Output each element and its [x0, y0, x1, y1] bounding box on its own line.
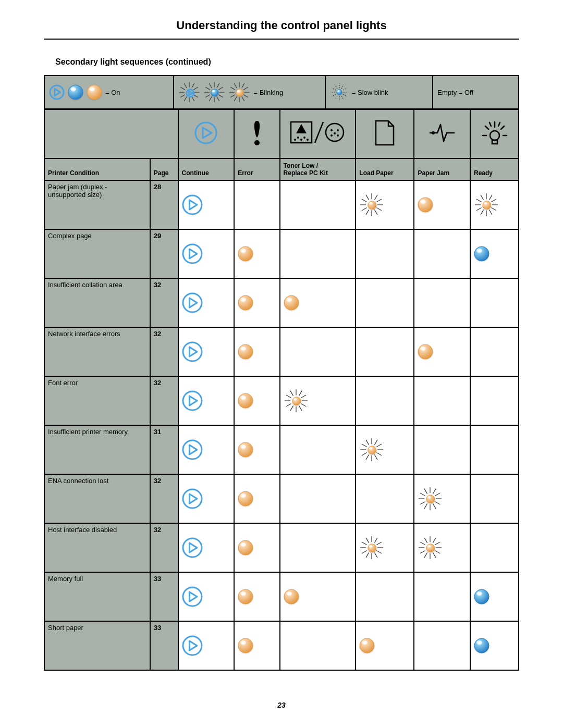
table-row: Memory full33 — [45, 572, 518, 621]
light-cell — [178, 621, 235, 670]
svg-line-24 — [210, 96, 212, 101]
light-cell — [280, 229, 356, 278]
light-cell — [414, 376, 470, 425]
svg-line-99 — [366, 195, 369, 200]
page-cell: 29 — [150, 229, 178, 278]
table-row: ENA connection lost32 — [45, 474, 518, 523]
col-ready: Ready — [470, 158, 518, 180]
svg-marker-234 — [189, 641, 197, 650]
svg-point-46 — [236, 89, 243, 96]
svg-line-28 — [210, 83, 212, 88]
light-cell — [356, 278, 414, 327]
svg-point-191 — [426, 495, 435, 503]
svg-marker-194 — [189, 543, 197, 552]
svg-point-74 — [331, 129, 333, 131]
svg-point-155 — [292, 397, 300, 405]
light-cell — [470, 425, 518, 474]
table-row: Short paper33 — [45, 621, 518, 670]
svg-point-47 — [237, 90, 240, 92]
svg-line-109 — [489, 209, 492, 215]
svg-marker-1 — [55, 89, 60, 96]
svg-line-148 — [286, 403, 291, 406]
svg-line-10 — [185, 96, 187, 101]
light-cell — [470, 278, 518, 327]
svg-point-139 — [183, 391, 202, 410]
light-cell — [414, 180, 470, 229]
light-cell — [178, 278, 235, 327]
svg-line-115 — [481, 195, 484, 200]
svg-line-212 — [435, 550, 440, 553]
condition-cell: Network interface errors — [45, 327, 150, 376]
svg-line-42 — [235, 83, 237, 88]
svg-point-235 — [238, 638, 253, 653]
legend-off: Empty = Off — [432, 76, 518, 108]
condition-cell: Short paper — [45, 621, 150, 670]
light-cell — [280, 425, 356, 474]
light-cell — [414, 621, 470, 670]
svg-point-127 — [183, 293, 202, 312]
light-cell — [280, 474, 356, 523]
continue-blink-icon — [178, 81, 200, 103]
svg-point-239 — [474, 638, 489, 653]
light-cell — [280, 180, 356, 229]
condition-cell: Font error — [45, 376, 150, 425]
svg-line-53 — [332, 94, 335, 96]
svg-line-199 — [375, 552, 378, 558]
svg-point-78 — [337, 134, 339, 137]
light-cell — [280, 327, 356, 376]
continue-on-icon — [49, 84, 65, 100]
page-cell: 32 — [150, 474, 178, 523]
svg-line-85 — [485, 126, 488, 129]
light-cell — [470, 572, 518, 621]
condition-cell: Insufficient collation area — [45, 278, 150, 327]
light-cell — [470, 621, 518, 670]
svg-line-98 — [362, 199, 367, 202]
svg-point-173 — [368, 446, 376, 454]
svg-point-32 — [211, 89, 218, 96]
legend-on: = On — [45, 76, 173, 108]
light-cell — [470, 180, 518, 229]
light-cell — [414, 327, 470, 376]
svg-point-230 — [286, 591, 292, 596]
svg-point-210 — [369, 545, 372, 548]
condition-cell: Host interface disabled — [45, 523, 150, 572]
table-row: Insufficient printer memory31 — [45, 425, 518, 474]
svg-line-205 — [366, 538, 369, 543]
legend-blinking: = Blinking — [173, 76, 324, 108]
svg-line-118 — [491, 199, 496, 202]
svg-line-114 — [476, 199, 482, 202]
svg-point-233 — [183, 636, 202, 655]
svg-rect-81 — [492, 140, 497, 144]
legend-slowblink: = Slow blink — [325, 76, 433, 108]
light-cell — [234, 425, 279, 474]
svg-line-172 — [377, 444, 382, 447]
svg-line-30 — [217, 83, 219, 88]
svg-line-87 — [489, 122, 491, 126]
svg-point-0 — [50, 85, 64, 99]
svg-line-58 — [341, 85, 344, 89]
light-cell — [356, 376, 414, 425]
svg-line-187 — [424, 489, 427, 494]
svg-point-178 — [240, 493, 246, 498]
light-cell — [178, 180, 235, 229]
svg-line-180 — [435, 501, 440, 504]
svg-point-64 — [254, 140, 260, 145]
svg-point-130 — [240, 298, 246, 302]
svg-point-174 — [369, 447, 372, 450]
svg-line-183 — [424, 503, 427, 509]
svg-point-103 — [368, 201, 376, 209]
legend-row: = On = Blinking — [45, 76, 518, 108]
svg-line-101 — [375, 195, 378, 200]
svg-point-68 — [297, 137, 299, 139]
light-cell — [414, 278, 470, 327]
svg-line-36 — [242, 96, 244, 101]
svg-point-157 — [183, 440, 202, 459]
svg-point-159 — [238, 442, 253, 457]
light-cell — [178, 572, 235, 621]
condition-cell: Insufficient printer memory — [45, 425, 150, 474]
svg-line-25 — [206, 95, 211, 97]
svg-point-69 — [300, 139, 302, 141]
light-cell — [470, 523, 518, 572]
svg-line-41 — [231, 87, 236, 90]
svg-line-50 — [341, 96, 344, 100]
